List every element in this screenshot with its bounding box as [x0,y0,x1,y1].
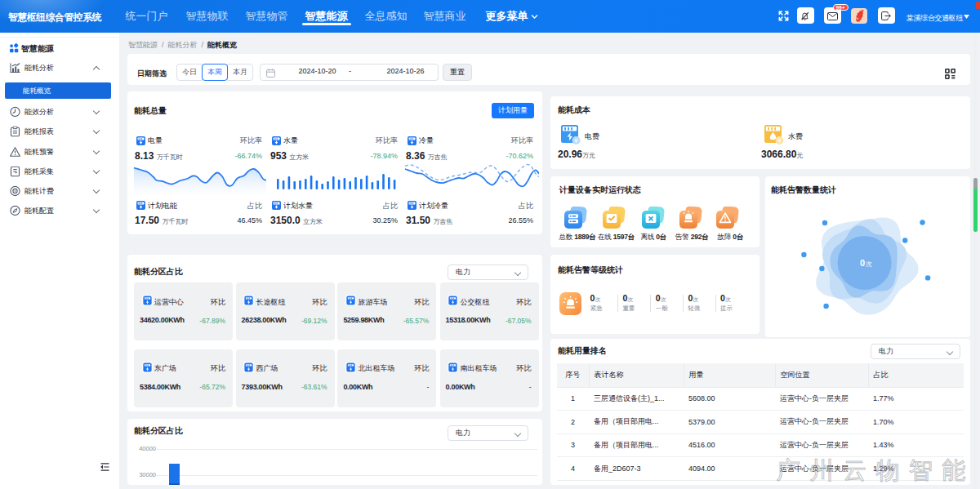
svg-text:次: 次 [866,260,872,268]
svg-text:0: 0 [860,258,865,268]
